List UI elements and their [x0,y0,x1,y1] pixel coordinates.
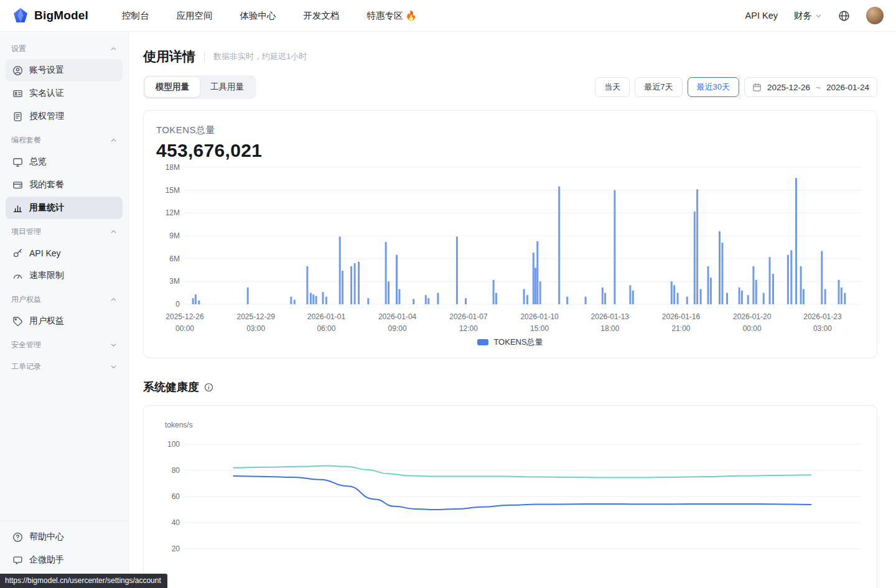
date-separator: ~ [816,83,821,92]
svg-text:6M: 6M [169,254,180,263]
legend-swatch [477,339,488,345]
health-section-title: 系统健康度 [143,380,877,394]
finance-menu[interactable]: 财务 [794,10,822,22]
sidebar-item-help-center[interactable]: 帮助中心 [6,526,123,548]
sidebar-group-settings[interactable]: 设置 [6,37,123,58]
svg-text:12M: 12M [166,208,180,217]
svg-text:21:00: 21:00 [671,324,690,333]
brand-name: BigModel [34,9,88,22]
svg-text:09:00: 09:00 [388,324,407,333]
svg-text:2026-01-16: 2026-01-16 [662,312,701,321]
nav-item-docs[interactable]: 开发文档 [304,10,340,22]
svg-text:2026-01-13: 2026-01-13 [591,312,630,321]
nav-item-promo[interactable]: 特惠专区 🔥 [367,10,417,22]
sidebar-item-label: 总览 [29,156,47,167]
chevron-down-icon [110,363,117,370]
nav-item-experience[interactable]: 体验中心 [240,10,276,22]
api-key-link[interactable]: API Key [745,11,778,21]
tab-model-usage[interactable]: 模型用量 [145,77,200,97]
range-controls: 当天 最近7天 最近30天 2025-12-26 ~ 2026-01-24 [595,77,877,97]
sidebar-item-authorization[interactable]: 授权管理 [6,105,123,128]
range-button-7days[interactable]: 最近7天 [635,77,682,97]
license-icon [12,111,23,122]
finance-label: 财务 [794,10,812,22]
svg-text:60: 60 [172,492,180,501]
page-subtitle: 数据非实时，约延迟1小时 [213,51,307,62]
sidebar-group-tickets[interactable]: 工单记录 [6,355,123,376]
date-end: 2026-01-24 [826,83,869,92]
chevron-down-icon [815,12,822,19]
sidebar-item-overview[interactable]: 总览 [6,151,123,173]
svg-text:40: 40 [172,518,180,527]
tokens-total-label: TOKENS总量 [156,124,864,136]
sidebar-item-user-benefits[interactable]: 用户权益 [6,310,123,332]
range-button-today[interactable]: 当天 [595,77,630,97]
sidebar-group-project[interactable]: 项目管理 [6,220,123,241]
svg-text:9M: 9M [169,231,180,240]
sidebar-item-wechat-assistant[interactable]: 企微助手 [6,549,123,571]
user-avatar[interactable] [866,7,884,24]
sidebar-item-rate-limit[interactable]: 速率限制 [6,264,123,287]
account-icon [12,65,23,76]
sidebar: 设置 账号设置 实名认证 授权管理 编程套餐 总览 [0,32,129,588]
chat-icon [12,555,23,566]
svg-text:00:00: 00:00 [743,324,762,333]
chevron-up-icon [110,137,117,144]
sidebar-group-security[interactable]: 安全管理 [6,333,123,355]
sidebar-item-my-plan[interactable]: 我的套餐 [6,174,123,196]
svg-text:2025-12-26: 2025-12-26 [166,312,204,321]
range-button-30days[interactable]: 最近30天 [688,77,739,97]
main-content: 使用详情 数据非实时，约延迟1小时 模型用量 工具用量 当天 最近7天 最近30… [129,32,896,588]
svg-text:2026-01-07: 2026-01-07 [449,312,488,321]
svg-text:2026-01-04: 2026-01-04 [378,312,417,321]
gauge-icon [12,271,23,281]
sidebar-item-api-key[interactable]: API Key [6,242,123,264]
tag-icon [12,316,23,327]
info-icon[interactable] [204,383,213,392]
nav-item-console[interactable]: 控制台 [122,10,149,22]
date-range-picker[interactable]: 2025-12-26 ~ 2026-01-24 [744,77,877,97]
group-label: 编程套餐 [11,135,41,146]
svg-text:06:00: 06:00 [317,324,335,333]
health-title-text: 系统健康度 [143,380,199,394]
package-icon [12,180,23,190]
sidebar-item-label: API Key [29,248,61,258]
divider [204,52,205,62]
tokens-usage-card: TOKENS总量 453,676,021 03M6M9M12M15M18M202… [143,110,877,358]
tab-tool-usage[interactable]: 工具用量 [200,77,254,97]
sidebar-item-real-name[interactable]: 实名认证 [6,82,123,105]
chart-legend[interactable]: TOKENS总量 [156,337,864,353]
chevron-down-icon [110,342,117,348]
svg-text:3M: 3M [169,277,180,286]
calendar-icon [752,83,762,92]
svg-text:2026-01-01: 2026-01-01 [307,312,346,321]
sidebar-item-label: 用户权益 [29,315,64,327]
globe-icon[interactable] [838,10,850,22]
sidebar-item-label: 速率限制 [29,270,64,281]
sidebar-item-label: 企微助手 [29,554,64,566]
svg-text:15:00: 15:00 [530,324,549,333]
sidebar-item-account-settings[interactable]: 账号设置 [6,59,123,82]
bigmodel-logo-icon [12,7,29,24]
chevron-up-icon [110,228,117,235]
sidebar-group-benefits[interactable]: 用户权益 [6,287,123,309]
brand-logo[interactable]: BigModel [12,7,88,24]
controls-row: 模型用量 工具用量 当天 最近7天 最近30天 2025-12-26 ~ 202… [143,75,877,99]
id-card-icon [12,88,23,99]
svg-text:00:00: 00:00 [175,324,194,333]
svg-text:03:00: 03:00 [813,324,832,333]
status-url-bar: https://bigmodel.cn/usercenter/settings/… [0,574,167,588]
sidebar-group-coding-plan[interactable]: 编程套餐 [6,128,123,150]
svg-text:03:00: 03:00 [246,324,265,333]
sidebar-item-label: 账号设置 [29,65,64,76]
sidebar-item-usage-stats[interactable]: 用量统计 [6,197,123,219]
legend-label: TOKENS总量 [493,337,543,348]
nav-item-app-space[interactable]: 应用空间 [177,10,213,22]
svg-text:18M: 18M [166,163,180,172]
group-label: 用户权益 [11,294,41,305]
svg-text:0: 0 [175,300,180,309]
sidebar-item-label: 用量统计 [29,202,64,213]
svg-text:2026-01-20: 2026-01-20 [733,312,772,321]
chevron-up-icon [110,296,117,303]
group-label: 项目管理 [11,226,41,237]
